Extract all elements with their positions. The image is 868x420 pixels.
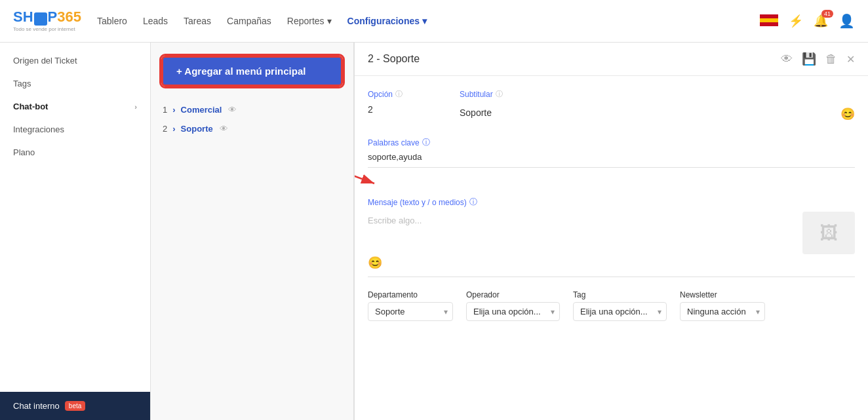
notification-badge: 41 xyxy=(821,10,833,18)
departamento-label: Departamento xyxy=(368,290,453,299)
detail-header: 2 - Soporte 👁 💾 🗑 ✕ xyxy=(355,43,868,76)
palabras-clave-label: Palabras clave ⓘ xyxy=(368,137,855,148)
message-placeholder[interactable]: Escribe algo... xyxy=(368,212,795,229)
menu-list: 1 › Comercial 👁 2 › Soporte 👁 xyxy=(161,96,343,136)
main-layout: Origen del Ticket Tags Chat-bot › Integr… xyxy=(0,43,868,420)
detail-body: Opción ⓘ 2 Subtitular ⓘ Soporte 😊 xyxy=(355,76,868,334)
emoji-icon[interactable]: 😊 xyxy=(840,107,855,121)
topnav: SHP365 Todo se vende por internet Tabler… xyxy=(0,0,868,43)
chevron-down-icon: ▾ xyxy=(422,16,427,26)
sidebar-item-plano[interactable]: Plano xyxy=(0,141,150,164)
tag-select[interactable]: Elija una opción... xyxy=(573,302,667,321)
sidebar-item-tags[interactable]: Tags xyxy=(0,72,150,95)
beta-badge: beta xyxy=(65,401,85,411)
newsletter-group: Newsletter Ninguna acción xyxy=(680,290,765,321)
chat-interno[interactable]: Chat interno beta xyxy=(0,392,150,420)
flag-icon[interactable] xyxy=(760,14,778,28)
arrow-icon: › xyxy=(172,105,175,115)
nav-links: Tablero Leads Tareas Campañas Reportes ▾… xyxy=(97,13,760,29)
list-item-comercial: 1 › Comercial 👁 xyxy=(161,102,343,117)
detail-panel: 2 - Soporte 👁 💾 🗑 ✕ Opción ⓘ 2 xyxy=(354,43,868,420)
add-to-main-menu-button[interactable]: + Agregar al menú principal xyxy=(161,56,343,86)
sidebar-item-origen-ticket[interactable]: Origen del Ticket xyxy=(0,49,150,72)
opcion-label: Opción ⓘ xyxy=(368,89,446,99)
chevron-down-icon: ▾ xyxy=(327,16,332,26)
message-input-area: Escribe algo... 😊 xyxy=(368,212,795,270)
eye-icon-comercial[interactable]: 👁 xyxy=(228,105,237,115)
subtitular-group: Subtitular ⓘ Soporte 😊 xyxy=(460,89,855,124)
nav-tareas[interactable]: Tareas xyxy=(184,13,211,29)
center-panel: + Agregar al menú principal 1 › Comercia… xyxy=(151,43,354,420)
logo-tagline: Todo se vende por internet xyxy=(13,27,81,33)
preview-icon[interactable]: 👁 xyxy=(781,52,793,66)
delete-icon[interactable]: 🗑 xyxy=(825,52,837,66)
chevron-right-icon: › xyxy=(134,103,137,111)
close-icon[interactable]: ✕ xyxy=(846,53,855,66)
logo: SHP365 Todo se vende por internet xyxy=(13,9,81,32)
nav-right: ⚡ 🔔 41 👤 xyxy=(760,13,855,29)
arrow-icon: › xyxy=(172,124,175,134)
subtitular-value: Soporte 😊 xyxy=(460,102,855,124)
departamento-select[interactable]: Soporte xyxy=(368,302,453,321)
image-icon: 🖼 xyxy=(819,222,838,244)
palabras-clave-info-icon: ⓘ xyxy=(422,137,430,148)
svg-rect-0 xyxy=(760,14,778,18)
nav-leads[interactable]: Leads xyxy=(143,13,168,29)
sidebar-item-integraciones[interactable]: Integraciones xyxy=(0,118,150,141)
bell-icon[interactable]: 🔔 41 xyxy=(814,14,828,28)
bottom-row: Departamento Soporte Operador Elija una … xyxy=(368,290,855,321)
opcion-value: 2 xyxy=(368,102,446,117)
opcion-subtitular-row: Opción ⓘ 2 Subtitular ⓘ Soporte 😊 xyxy=(368,89,855,124)
departamento-select-wrapper[interactable]: Soporte xyxy=(368,302,453,321)
tag-label: Tag xyxy=(573,290,667,299)
filter-icon[interactable]: ⚡ xyxy=(789,14,803,28)
sidebar-item-chat-bot[interactable]: Chat-bot › xyxy=(0,95,150,118)
departamento-group: Departamento Soporte xyxy=(368,290,453,321)
message-body: Escribe algo... 😊 🖼 xyxy=(368,212,855,270)
nav-reportes[interactable]: Reportes ▾ xyxy=(287,13,332,29)
svg-rect-2 xyxy=(760,22,778,26)
opcion-group: Opción ⓘ 2 xyxy=(368,89,446,124)
list-item-soporte: 2 › Soporte 👁 xyxy=(161,121,343,136)
opcion-info-icon: ⓘ xyxy=(395,89,403,99)
subtitular-label: Subtitular ⓘ xyxy=(460,89,855,99)
nav-campanas[interactable]: Campañas xyxy=(227,13,271,29)
mensaje-section: Mensaje (texto y / o medios) ⓘ Escribe a… xyxy=(368,197,855,277)
nav-tablero[interactable]: Tablero xyxy=(97,13,127,29)
operador-label: Operador xyxy=(466,290,560,299)
operador-select[interactable]: Elija una opción... xyxy=(466,302,560,321)
sidebar: Origen del Ticket Tags Chat-bot › Integr… xyxy=(0,43,151,420)
eye-icon-soporte[interactable]: 👁 xyxy=(220,124,228,134)
palabras-clave-value[interactable]: soporte,ayuda xyxy=(368,152,855,168)
palabras-clave-section: Palabras clave ⓘ soporte,ayuda xyxy=(368,137,855,168)
svg-rect-1 xyxy=(760,18,778,22)
media-placeholder: 🖼 xyxy=(802,212,855,254)
subtitular-info-icon: ⓘ xyxy=(496,89,503,99)
operador-group: Operador Elija una opción... xyxy=(466,290,560,321)
mensaje-label: Mensaje (texto y / o medios) ⓘ xyxy=(368,197,855,208)
tag-select-wrapper[interactable]: Elija una opción... xyxy=(573,302,667,321)
newsletter-label: Newsletter xyxy=(680,290,765,299)
detail-title: 2 - Soporte xyxy=(368,53,420,65)
newsletter-select-wrapper[interactable]: Ninguna acción xyxy=(680,302,765,321)
user-icon[interactable]: 👤 xyxy=(838,13,855,29)
mensaje-info-icon: ⓘ xyxy=(469,197,477,208)
newsletter-select[interactable]: Ninguna acción xyxy=(680,302,765,321)
detail-actions: 👁 💾 🗑 ✕ xyxy=(781,52,855,66)
emoji-btn-message[interactable]: 😊 xyxy=(368,256,382,269)
operador-select-wrapper[interactable]: Elija una opción... xyxy=(466,302,560,321)
save-icon[interactable]: 💾 xyxy=(802,52,816,66)
tag-group: Tag Elija una opción... xyxy=(573,290,667,321)
nav-configuraciones[interactable]: Configuraciones ▾ xyxy=(347,13,427,29)
